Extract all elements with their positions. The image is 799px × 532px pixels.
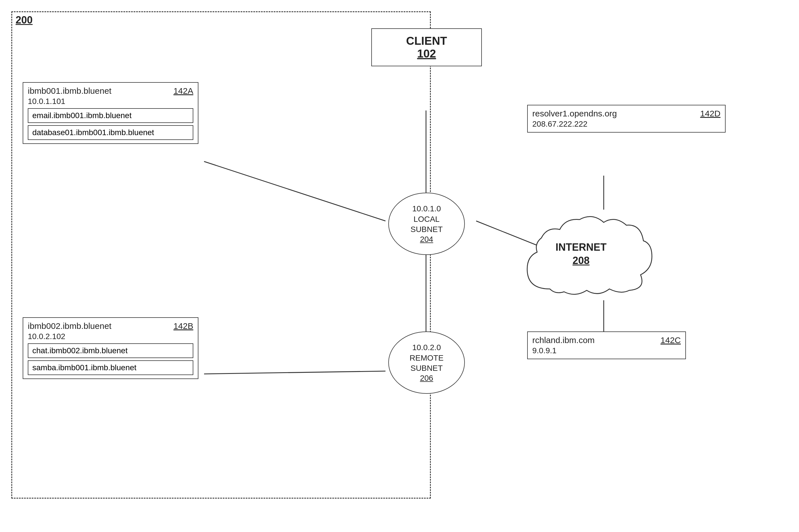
node-142A-ip: 10.0.1.101 xyxy=(28,97,193,106)
node-142C: rchland.ibm.com 142C 9.0.9.1 xyxy=(527,331,686,359)
node-142B-hostname: ibmb002.ibmb.bluenet xyxy=(28,321,111,331)
remote-subnet-label: 10.0.2.0REMOTESUBNET xyxy=(410,342,444,373)
client-label: CLIENT xyxy=(406,35,447,47)
local-subnet-id: 204 xyxy=(420,235,433,244)
node-142B-sub1: chat.ibmb002.ibmb.bluenet xyxy=(28,343,193,358)
node-142A-id: 142A xyxy=(173,86,193,96)
node-142B-id: 142B xyxy=(173,321,193,331)
outer-box-label: 200 xyxy=(16,14,33,26)
node-142A: ibmb001.ibmb.bluenet 142A 10.0.1.101 ema… xyxy=(23,82,199,144)
node-142C-ip: 9.0.9.1 xyxy=(532,346,681,355)
node-142A-sub2: database01.ibmb001.ibmb.bluenet xyxy=(28,125,193,140)
node-142D: resolver1.opendns.org 142D 208.67.222.22… xyxy=(527,105,726,133)
node-142A-sub1: email.ibmb001.ibmb.bluenet xyxy=(28,108,193,123)
remote-subnet-node: 10.0.2.0REMOTESUBNET 206 xyxy=(388,331,465,394)
node-142A-hostname: ibmb001.ibmb.bluenet xyxy=(28,86,111,96)
node-142B-ip: 10.0.2.102 xyxy=(28,332,193,341)
node-142D-id: 142D xyxy=(700,109,721,118)
internet-text: INTERNET xyxy=(556,241,607,253)
node-142B-sub2: samba.ibmb001.ibmb.bluenet xyxy=(28,360,193,375)
node-142D-hostname: resolver1.opendns.org xyxy=(532,109,617,118)
node-142D-ip: 208.67.222.222 xyxy=(532,119,721,129)
local-subnet-label: 10.0.1.0LOCALSUBNET xyxy=(410,204,443,234)
remote-subnet-id: 206 xyxy=(420,374,433,383)
node-142C-hostname: rchland.ibm.com xyxy=(532,336,595,345)
internet-cloud: INTERNET 208 xyxy=(516,210,657,307)
node-142C-id: 142C xyxy=(661,336,681,345)
client-id: 102 xyxy=(383,47,470,60)
internet-id: 208 xyxy=(573,255,590,266)
local-subnet-node: 10.0.1.0LOCALSUBNET 204 xyxy=(388,193,465,255)
node-142B: ibmb002.ibmb.bluenet 142B 10.0.2.102 cha… xyxy=(23,317,199,379)
client-node: CLIENT 102 xyxy=(371,28,482,66)
internet-label: INTERNET 208 xyxy=(556,241,607,267)
